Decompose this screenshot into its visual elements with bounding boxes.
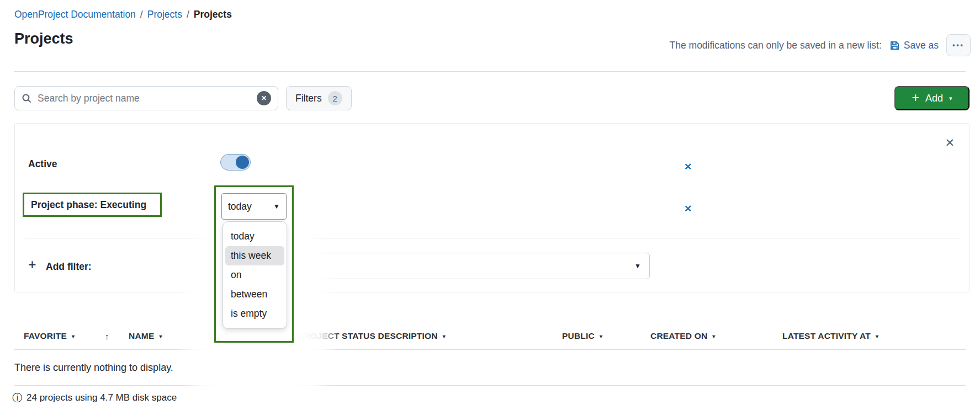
toggle-knob [236, 156, 249, 169]
operator-option-on[interactable]: on [223, 265, 287, 285]
breadcrumb-separator: / [140, 9, 143, 20]
column-label: LATEST ACTIVITY AT [782, 331, 871, 341]
column-header-project-status-description[interactable]: PROJECT STATUS DESCRIPTION ▾ [298, 327, 446, 345]
filter-label-project-phase: Project phase: Executing [31, 199, 146, 211]
page-title: Projects [14, 30, 73, 47]
filter-panel: ✕ Active ✕ Project phase: Executing ✕ to… [14, 123, 970, 292]
operator-select[interactable]: today ▼ [221, 193, 287, 220]
select-caret-icon: ▼ [273, 203, 280, 210]
column-header-created-on[interactable]: CREATED ON ▾ [650, 327, 716, 345]
highlight-box-project-phase: Project phase: Executing [23, 193, 162, 217]
add-button[interactable]: + Add ▾ [894, 86, 970, 110]
chevron-down-icon: ▾ [600, 333, 602, 339]
more-actions-button[interactable]: ••• [946, 34, 971, 56]
save-as-link[interactable]: Save as [889, 40, 939, 51]
operator-dropdown-menu: today this week on between is empty [223, 221, 287, 329]
column-header-name[interactable]: NAME ▾ [129, 327, 162, 345]
filters-count-badge: 2 [328, 91, 342, 105]
empty-state-message: There is currently nothing to display. [14, 362, 173, 374]
column-header-status[interactable]: STATUS ▾ [208, 327, 249, 345]
column-label: STATUS [208, 331, 241, 341]
operator-select-value: today [228, 201, 252, 212]
header-actions: The modifications can only be saved in a… [670, 33, 971, 57]
column-label: FAVORITE [24, 331, 67, 341]
operator-option-this-week[interactable]: this week [225, 246, 284, 265]
plus-icon: + [912, 92, 919, 104]
filters-label: Filters [295, 93, 322, 104]
filter-label-active: Active [28, 158, 57, 170]
operator-option-between[interactable]: between [223, 285, 287, 304]
chevron-down-icon: ▾ [876, 333, 878, 339]
search-icon [22, 93, 32, 104]
breadcrumb-link-projects[interactable]: Projects [147, 9, 182, 20]
remove-active-filter-icon[interactable]: ✕ [684, 162, 692, 172]
plus-icon: + [28, 258, 36, 271]
filter-panel-divider [25, 238, 959, 238]
search-input[interactable] [38, 93, 251, 104]
projects-summary: ⓘ 24 projects using 4.7 MB disk space [12, 392, 177, 403]
modifications-note: The modifications can only be saved in a… [670, 40, 882, 51]
operator-option-today[interactable]: today [223, 227, 287, 246]
chevron-down-icon: ▾ [159, 333, 162, 339]
remove-phase-filter-icon[interactable]: ✕ [684, 204, 692, 214]
breadcrumb: OpenProject Documentation / Projects / P… [14, 9, 232, 20]
column-label: NAME [129, 331, 154, 341]
info-icon: ⓘ [12, 393, 22, 403]
footer-divider [14, 385, 966, 386]
chevron-down-icon: ▾ [712, 333, 715, 339]
column-label: PROJECT STATUS DESCRIPTION [298, 331, 438, 341]
add-filter-label: Add filter: [46, 261, 92, 273]
column-header-public[interactable]: PUBLIC ▾ [562, 327, 602, 345]
save-icon [889, 40, 900, 51]
chevron-down-icon: ▾ [949, 95, 952, 102]
close-filters-icon[interactable]: ✕ [945, 137, 955, 148]
chevron-down-icon: ▾ [72, 333, 75, 339]
column-header-favorite[interactable]: FAVORITE ▾ [24, 327, 75, 345]
breadcrumb-separator: / [187, 9, 189, 20]
operator-option-is-empty[interactable]: is empty [223, 304, 287, 323]
chevron-down-icon: ▾ [246, 333, 249, 339]
header-divider [14, 71, 966, 72]
column-header-latest-activity-at[interactable]: LATEST ACTIVITY AT ▾ [782, 327, 878, 345]
select-caret-icon: ▼ [634, 262, 641, 270]
add-label: Add [925, 93, 943, 104]
active-toggle[interactable] [220, 154, 251, 171]
breadcrumb-link-openproject-documentation[interactable]: OpenProject Documentation [14, 9, 136, 20]
save-as-label: Save as [904, 40, 939, 51]
table-header-divider [14, 349, 966, 350]
column-label: CREATED ON [650, 331, 707, 341]
clear-search-icon[interactable]: ✕ [257, 91, 271, 105]
add-filter-select[interactable]: ▼ [293, 253, 650, 279]
breadcrumb-current: Projects [194, 9, 232, 20]
summary-text: 24 projects using 4.7 MB disk space [27, 392, 177, 403]
chevron-down-icon: ▾ [443, 333, 446, 339]
column-label: PUBLIC [562, 331, 595, 341]
project-search: ✕ [14, 86, 278, 110]
filters-button[interactable]: Filters 2 [286, 86, 352, 110]
sort-ascending-icon: ↑ [105, 327, 109, 345]
